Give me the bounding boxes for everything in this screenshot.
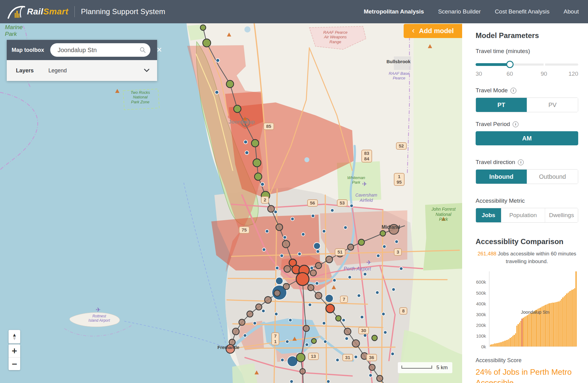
panel-title: Model Parameters — [476, 31, 578, 40]
chart-bar[interactable] — [530, 313, 530, 347]
chart-bar[interactable] — [575, 271, 576, 347]
chart-bar[interactable] — [549, 303, 550, 347]
chart-bar[interactable] — [527, 315, 528, 347]
map-search-box[interactable] — [50, 43, 150, 57]
chart-bar[interactable] — [528, 314, 529, 347]
chart-bar-highlighted[interactable] — [522, 319, 522, 347]
chart-bar[interactable] — [573, 289, 574, 347]
chart-y-tick: 400k — [476, 301, 486, 306]
metric-jobs[interactable]: Jobs — [476, 208, 501, 222]
chart-bar[interactable] — [495, 343, 496, 347]
chart-bar[interactable] — [503, 341, 504, 347]
metric-dwellings[interactable]: Dwellings — [545, 208, 578, 222]
tab-legend[interactable]: Legend — [48, 67, 67, 74]
chart-bar[interactable] — [571, 290, 572, 347]
nav-about[interactable]: About — [564, 8, 579, 15]
chart-bar[interactable] — [491, 344, 492, 347]
chart-bar[interactable] — [508, 339, 509, 347]
tab-layers[interactable]: Layers — [16, 67, 34, 74]
chart-bar[interactable] — [564, 296, 565, 347]
zoom-in-button[interactable]: + — [9, 344, 20, 357]
travel-mode-pt[interactable]: PT — [476, 98, 527, 112]
chart-bar[interactable] — [558, 301, 559, 347]
info-icon[interactable]: i — [511, 88, 516, 94]
brand-logo[interactable]: RailSmart — [7, 5, 68, 19]
chart-bar[interactable] — [516, 326, 517, 347]
travel-time-slider[interactable] — [476, 61, 578, 68]
chart-bar[interactable] — [570, 291, 571, 347]
info-icon[interactable]: i — [518, 159, 524, 165]
chart-bar[interactable] — [520, 321, 521, 347]
chart-bar[interactable] — [518, 324, 518, 347]
chart-bar[interactable] — [556, 302, 557, 347]
chart-bar[interactable] — [568, 293, 569, 347]
tick-30: 30 — [476, 71, 482, 77]
chart-bar[interactable] — [536, 310, 537, 347]
chart-bar[interactable] — [494, 343, 495, 347]
nav-metropolitan-analysis[interactable]: Metropolitan Analysis — [364, 8, 424, 15]
navbar-menu: Metropolitan Analysis Scenario Builder C… — [364, 8, 579, 15]
chart-bar[interactable] — [510, 338, 511, 347]
chart-bar[interactable] — [499, 343, 500, 347]
chart-bar[interactable] — [512, 336, 513, 347]
chart-bar[interactable] — [561, 299, 562, 347]
tick-60: 60 — [507, 71, 513, 77]
chart-bar[interactable] — [526, 316, 526, 347]
travel-period-am-button[interactable]: AM — [476, 131, 578, 145]
tilt-control-button[interactable]: ▲ ▼ — [9, 330, 20, 343]
info-icon[interactable]: i — [513, 121, 518, 127]
chart-bars[interactable] — [489, 271, 577, 347]
chart-bar[interactable] — [531, 313, 532, 347]
app-window: RailSmart Planning Support System Metrop… — [0, 0, 588, 383]
chart-bar[interactable] — [490, 345, 491, 347]
chart-bar[interactable] — [555, 302, 556, 347]
chart-bar[interactable] — [533, 311, 534, 347]
travel-period-label: Travel Period i — [476, 121, 578, 128]
chart-bar[interactable] — [514, 335, 514, 347]
chart-bar[interactable] — [552, 303, 553, 347]
chart-bar[interactable] — [500, 342, 501, 347]
chart-bar[interactable] — [565, 295, 566, 347]
chart-bar[interactable] — [532, 312, 533, 347]
chart-bar[interactable] — [566, 293, 567, 347]
direction-inbound[interactable]: Inbound — [476, 170, 527, 184]
accessibility-score-value: 24% of Jobs in Perth Metro Accessible — [476, 367, 578, 383]
chart-bar[interactable] — [557, 302, 558, 347]
chart-bar[interactable] — [506, 340, 507, 347]
nav-scenario-builder[interactable]: Scenario Builder — [438, 8, 481, 15]
chart-bar[interactable] — [511, 337, 512, 347]
chart-bar[interactable] — [504, 341, 505, 347]
chevron-down-icon[interactable] — [142, 67, 151, 74]
chart-bar[interactable] — [493, 344, 494, 347]
zoom-out-button[interactable]: − — [9, 357, 20, 370]
chart-bar[interactable] — [553, 303, 554, 347]
metric-population[interactable]: Population — [501, 208, 545, 222]
chart-bar[interactable] — [507, 340, 508, 347]
chart-bar[interactable] — [551, 303, 552, 347]
railsmart-logo-icon — [7, 5, 25, 19]
chart-bar[interactable] — [498, 343, 499, 347]
chart-bar[interactable] — [502, 342, 503, 347]
zoom-button-group: + − — [9, 344, 20, 370]
comparison-title: Accessiblity Comparison — [476, 237, 578, 246]
map-search-input[interactable] — [57, 46, 139, 54]
close-icon[interactable]: ✕ — [155, 45, 163, 55]
travel-mode-pv[interactable]: PV — [527, 98, 578, 112]
add-model-button[interactable]: ‹ Add model — [404, 24, 462, 38]
nav-cost-benefit-analysis[interactable]: Cost Benefit Analysis — [495, 8, 549, 15]
accessibility-score-label: Accessibility Score — [476, 357, 578, 364]
chart-bar[interactable] — [569, 291, 570, 347]
chart-bar[interactable] — [519, 323, 520, 347]
chart-bar[interactable] — [524, 317, 525, 347]
slider-handle[interactable] — [506, 61, 514, 68]
chart-bar[interactable] — [535, 310, 536, 347]
direction-outbound[interactable]: Outbound — [527, 170, 578, 184]
chart-bar[interactable] — [523, 318, 524, 347]
chart-bar[interactable] — [574, 288, 575, 347]
travel-direction-label: Travel direction i — [476, 159, 578, 166]
chart-bar[interactable] — [515, 333, 516, 347]
chart-bar[interactable] — [560, 301, 561, 347]
search-icon[interactable] — [139, 47, 146, 53]
chart-bar[interactable] — [496, 343, 497, 347]
chart-bar[interactable] — [562, 297, 563, 347]
